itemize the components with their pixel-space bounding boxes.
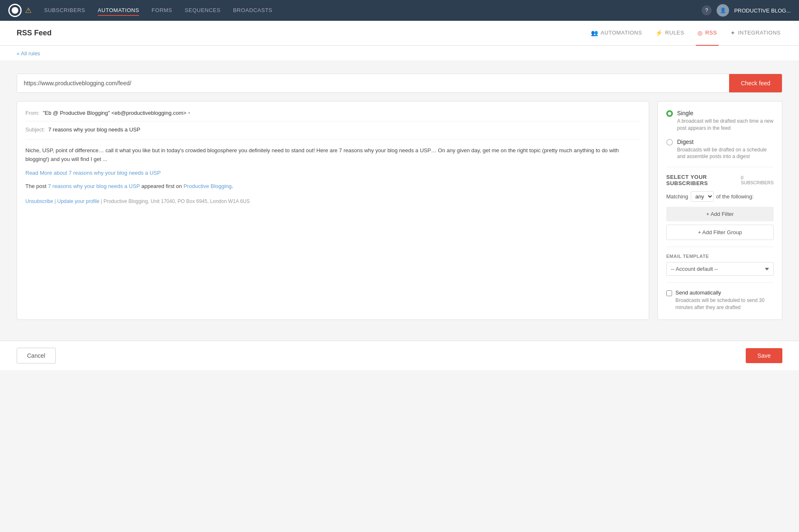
automations-tab-icon: 👥 [591,30,598,36]
nav-sequences[interactable]: SEQUENCES [185,5,221,16]
site-link[interactable]: Productive Blogging [184,183,232,189]
nav-forms[interactable]: FORMS [151,5,172,16]
matching-select[interactable]: any all [691,191,714,202]
nav-automations[interactable]: AUTOMATIONS [98,5,139,16]
from-chevron-icon: ▾ [188,111,190,115]
matching-row: Matching any all of the following: [666,191,774,202]
feed-url-bar: Check feed [17,74,782,93]
email-read-more-paragraph: Read More about 7 reasons why your blog … [25,169,640,178]
update-profile-link[interactable]: Update your profile [57,198,99,204]
read-more-link[interactable]: Read More about 7 reasons why your blog … [25,170,161,176]
digest-radio-dot [666,139,673,146]
user-name[interactable]: PRODUCTIVE BLOG... [734,7,791,14]
main-content: Check feed From: "Eb @ Productive Bloggi… [0,61,799,332]
page-tabs: 👥 AUTOMATIONS ⚡ RULES ◎ RSS ✦ INTEGRATIO… [589,21,782,46]
top-navigation: ⚠ SUBSCRIBERS AUTOMATIONS FORMS SEQUENCE… [0,0,799,21]
email-body-paragraph: Niche, USP, point of difference… call it… [25,146,640,164]
email-footer: Unsubscribe | Update your profile | Prod… [25,198,640,205]
email-from-row: From: "Eb @ Productive Blogging" <eb@pro… [25,110,640,121]
send-auto-checkbox[interactable] [666,290,672,296]
subject-label: Subject: [25,126,45,133]
page-title: RSS Feed [17,29,589,37]
send-auto-section: Send automatically Broadcasts will be sc… [666,290,774,311]
tab-rss[interactable]: ◎ RSS [696,21,719,46]
tab-integrations[interactable]: ✦ INTEGRATIONS [729,21,782,46]
tab-rules[interactable]: ⚡ RULES [654,21,686,46]
logo-icon [8,4,22,17]
sidebar-panel: Single A broadcast will be drafted each … [658,101,782,320]
subscribers-header: Select your subscribers 0 SUBSCRIBERS [666,174,774,186]
check-feed-button[interactable]: Check feed [729,74,782,92]
template-select[interactable]: -- Account default -- [666,262,774,276]
from-label: From: [25,110,40,116]
breadcrumb-bar: « All rules [0,46,799,61]
rss-tab-icon: ◎ [697,30,703,36]
single-radio-label: Single A broadcast will be drafted each … [677,110,774,132]
divider-1 [666,167,774,167]
post-link[interactable]: 7 reasons why your blog needs a USP [48,183,140,189]
divider-3 [666,282,774,283]
nav-links: SUBSCRIBERS AUTOMATIONS FORMS SEQUENCES … [44,5,689,16]
email-template-section: EMAIL TEMPLATE -- Account default -- [666,254,774,276]
divider-2 [666,247,774,247]
tab-automations[interactable]: 👥 AUTOMATIONS [589,21,644,46]
content-columns: From: "Eb @ Productive Blogging" <eb@pro… [17,101,782,320]
page-header: RSS Feed 👥 AUTOMATIONS ⚡ RULES ◎ RSS ✦ I… [0,21,799,46]
user-avatar: 👤 [717,4,729,17]
email-appeared-paragraph: The post 7 reasons why your blog needs a… [25,182,640,191]
matching-label: Matching [666,193,688,200]
email-body: Niche, USP, point of difference… call it… [25,139,640,205]
add-filter-group-button[interactable]: + Add Filter Group [666,225,774,240]
single-radio-dot [666,110,673,117]
of-following-label: of the following: [716,193,754,200]
nav-subscribers[interactable]: SUBSCRIBERS [44,5,85,16]
page-footer: Cancel Save [0,341,799,370]
cancel-button[interactable]: Cancel [17,348,56,364]
breadcrumb-link[interactable]: « All rules [17,50,40,57]
warning-icon: ⚠ [25,6,32,15]
send-auto-text: Send automatically Broadcasts will be sc… [675,290,774,311]
help-button[interactable]: ? [702,5,712,15]
unsubscribe-link[interactable]: Unsubscribe [25,198,53,204]
digest-radio-label: Digest Broadcasts will be drafted on a s… [677,139,774,161]
digest-radio-option[interactable]: Digest Broadcasts will be drafted on a s… [666,139,774,161]
subject-value: 7 reasons why your blog needs a USP [48,126,140,133]
logo-area[interactable]: ⚠ [8,4,32,17]
rules-tab-icon: ⚡ [655,30,663,36]
nav-right: ? 👤 PRODUCTIVE BLOG... [702,4,791,17]
add-filter-button[interactable]: + Add Filter [666,207,774,221]
single-radio-option[interactable]: Single A broadcast will be drafted each … [666,110,774,132]
integrations-tab-icon: ✦ [730,30,736,36]
nav-broadcasts[interactable]: BROADCASTS [233,5,273,16]
email-preview-panel: From: "Eb @ Productive Blogging" <eb@pro… [17,101,649,320]
email-subject-row: Subject: 7 reasons why your blog needs a… [25,126,640,133]
feed-url-input[interactable] [17,74,729,92]
from-value[interactable]: "Eb @ Productive Blogging" <eb@productiv… [43,110,190,116]
save-button[interactable]: Save [746,348,782,363]
email-template-label: EMAIL TEMPLATE [666,254,774,259]
